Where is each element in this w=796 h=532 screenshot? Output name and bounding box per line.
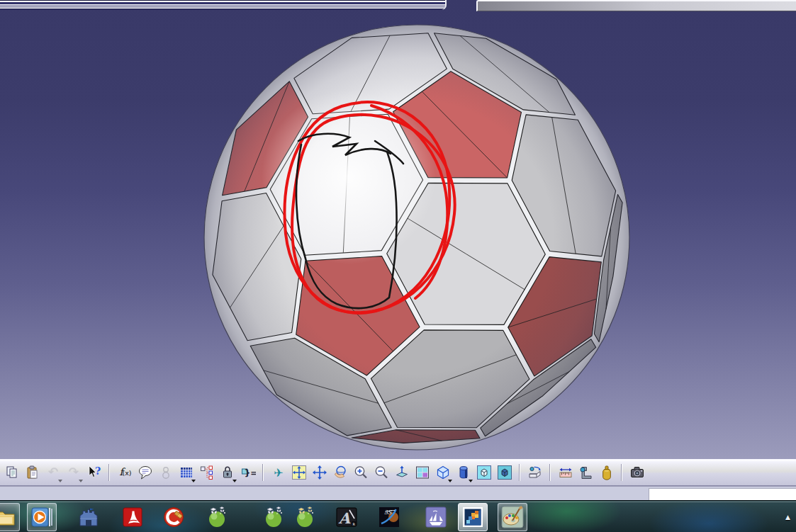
- toolbar-equivalent-dimensions-button[interactable]: }=: [237, 461, 258, 484]
- taskbar-green-sphere-app-1-button[interactable]: [203, 503, 232, 531]
- taskbar-adobe-reader-button[interactable]: [118, 503, 147, 531]
- toolbar-turntable-button[interactable]: [525, 461, 545, 484]
- toolbar-mass-properties-button[interactable]: [596, 461, 617, 484]
- status-strip: [0, 486, 796, 501]
- equivalent-dimensions-icon: }=: [240, 465, 256, 480]
- windows-media-player-icon: [29, 504, 55, 530]
- svg-text:3S: 3S: [384, 509, 393, 516]
- toolbar-normal-view-button[interactable]: [391, 461, 412, 484]
- measure-item-icon: [578, 465, 594, 480]
- zoom-in-icon: [353, 465, 369, 480]
- svg-text:}=: }=: [244, 468, 255, 478]
- structure-icon: [199, 465, 215, 480]
- svg-text:A: A: [338, 509, 351, 527]
- rotate-icon: [332, 465, 348, 480]
- dropdown-arrow-icon[interactable]: [79, 480, 83, 482]
- toolbar-fly-mode-button[interactable]: ✈: [268, 461, 288, 484]
- swap-visible-space-icon: [497, 465, 512, 480]
- toolbar-swap-visible-space-button[interactable]: [494, 461, 515, 484]
- toolbar-rotate-button[interactable]: [330, 461, 350, 484]
- soccer-ball-model[interactable]: [203, 25, 629, 450]
- toolbar-undo-button[interactable]: ↶: [43, 461, 63, 484]
- taskbar-image-preview-button[interactable]: [458, 503, 488, 531]
- explorer-folder-icon: [0, 504, 18, 530]
- dropdown-arrow-icon[interactable]: [448, 480, 452, 482]
- status-message-field[interactable]: [649, 488, 796, 501]
- dropdown-arrow-icon[interactable]: [58, 480, 62, 482]
- taskbar-green-sphere-app-2-button[interactable]: [259, 503, 289, 531]
- undo-icon: ↶: [45, 465, 61, 480]
- toolbar-design-table-button[interactable]: [176, 461, 196, 484]
- toolbar-iso-view-button[interactable]: [432, 461, 453, 484]
- knowledge-icon: [158, 465, 174, 480]
- catia-3d-viewport[interactable]: [0, 0, 796, 459]
- toolbar-paste-button[interactable]: [22, 461, 43, 484]
- taskbar-defender-castle-button[interactable]: [74, 503, 103, 531]
- comment-icon: [138, 465, 153, 480]
- toolbar-separator: [621, 464, 622, 481]
- taskbar-metallic-a-app-button[interactable]: AR: [332, 503, 361, 531]
- toolbar-separator: [519, 464, 520, 481]
- toolbar-lock-button[interactable]: [217, 461, 237, 484]
- show-hidden-icons-button[interactable]: ▲: [785, 514, 790, 521]
- bottom-toolbar: ↶↷?f(x)}=✈: [0, 459, 796, 486]
- taskbar-paint-palette-button[interactable]: [498, 503, 527, 531]
- toolbar-measure-between-button[interactable]: [555, 461, 576, 484]
- toolbar-hide-show-button[interactable]: [473, 461, 494, 484]
- toolbar-copy-button[interactable]: [1, 461, 22, 484]
- toolbar-snapshot-camera-button[interactable]: [627, 461, 647, 484]
- svg-text:✈: ✈: [274, 466, 283, 480]
- toolbar-separator: [262, 464, 264, 481]
- toolbar-shading-button[interactable]: [453, 461, 473, 484]
- dropdown-arrow-icon[interactable]: [469, 480, 473, 482]
- toolbar-redo-button[interactable]: ↷: [63, 461, 84, 484]
- svg-text:?: ?: [94, 465, 100, 477]
- toolbar-separator: [108, 464, 110, 481]
- iso-view-icon: [435, 465, 451, 480]
- window-titlebar-sliver[interactable]: [476, 0, 796, 11]
- dassault-3ds-icon: 3S: [376, 504, 402, 530]
- toolbar-fit-all-in-button[interactable]: [288, 461, 309, 484]
- toolbar-zoom-in-button[interactable]: [350, 461, 371, 484]
- taskbar-green-sphere-app-3-button[interactable]: [291, 503, 320, 531]
- taskbar-purple-ship-app-button[interactable]: [421, 503, 451, 531]
- normal-view-icon: [394, 465, 410, 480]
- toolbar-comment-button[interactable]: [135, 461, 155, 484]
- toolbar-formula-fx-button[interactable]: f(x): [114, 461, 135, 484]
- collapsed-window-edge[interactable]: [0, 0, 447, 10]
- toolbar-structure-button[interactable]: [196, 461, 217, 484]
- adobe-reader-icon: [120, 504, 145, 530]
- screen: ↶↷?f(x)}=✈ AR3S▲: [0, 0, 796, 532]
- taskbar-ccleaner-button[interactable]: [159, 503, 189, 531]
- windows-taskbar: AR3S▲: [0, 500, 796, 532]
- design-table-icon: [179, 465, 194, 480]
- metallic-a-app-icon: AR: [334, 504, 359, 530]
- svg-text:↶: ↶: [47, 465, 57, 479]
- dropdown-arrow-icon[interactable]: [232, 480, 237, 482]
- toolbar-measure-item-button[interactable]: [576, 461, 596, 484]
- taskbar-explorer-folder-button[interactable]: [0, 503, 20, 531]
- dropdown-arrow-icon[interactable]: [191, 480, 196, 482]
- toolbar-pan-button[interactable]: [309, 461, 330, 484]
- soccer-ball-3d-scene[interactable]: [0, 0, 796, 532]
- hide-show-icon: [476, 465, 492, 480]
- toolbar-quad-view-button[interactable]: [412, 461, 432, 484]
- taskbar-windows-media-player-button[interactable]: [27, 503, 57, 531]
- mass-properties-icon: [599, 465, 615, 480]
- help-select-icon: ?: [86, 465, 102, 480]
- turntable-icon: [527, 465, 543, 480]
- svg-text:(x): (x): [122, 469, 131, 477]
- toolbar-help-select-button[interactable]: ?: [84, 461, 104, 484]
- snapshot-camera-icon: [629, 465, 645, 480]
- ccleaner-icon: [161, 504, 186, 530]
- toolbar-separator: [549, 464, 551, 481]
- redo-icon: ↷: [66, 465, 82, 480]
- measure-between-icon: [558, 465, 573, 480]
- green-sphere-app-1-icon: [205, 504, 230, 530]
- image-preview-icon: [460, 504, 486, 530]
- lock-icon: [220, 465, 235, 480]
- taskbar-dassault-3ds-button[interactable]: 3S: [374, 503, 404, 531]
- toolbar-zoom-out-button[interactable]: [371, 461, 391, 484]
- fly-mode-icon: ✈: [271, 465, 286, 480]
- toolbar-knowledge-button[interactable]: [155, 461, 176, 484]
